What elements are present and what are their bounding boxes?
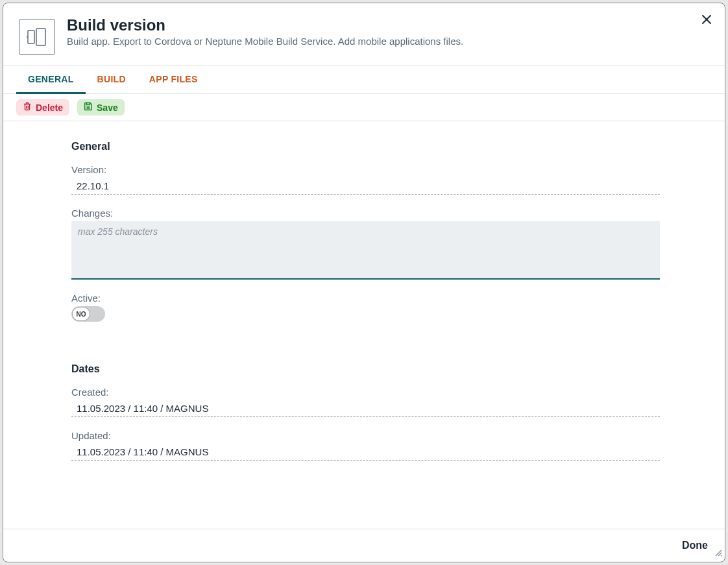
done-button[interactable]: Done [679, 536, 710, 555]
save-button-label: Save [97, 102, 118, 113]
version-field: Version: 22.10.1 [71, 164, 712, 195]
svg-rect-1 [36, 29, 45, 45]
general-section-title: General [71, 141, 712, 152]
save-button[interactable]: Save [77, 99, 125, 115]
changes-label: Changes: [71, 208, 712, 219]
toolbar: Delete Save [3, 94, 725, 121]
changes-field: Changes: [71, 208, 712, 280]
tab-build[interactable]: BUILD [86, 66, 138, 93]
save-icon [84, 102, 93, 113]
active-toggle[interactable]: NO [71, 306, 105, 322]
content: General Version: 22.10.1 Changes: Active… [3, 121, 725, 529]
version-label: Version: [71, 164, 712, 175]
updated-field: Updated: 11.05.2023 / 11:40 / MAGNUS [71, 430, 712, 461]
build-version-dialog: Build version Build app. Export to Cordo… [3, 3, 725, 562]
dialog-header: Build version Build app. Export to Cordo… [3, 3, 725, 66]
updated-value: 11.05.2023 / 11:40 / MAGNUS [71, 444, 660, 461]
dialog-title: Build version [67, 16, 463, 34]
close-icon[interactable] [701, 14, 712, 27]
active-label: Active: [71, 293, 712, 304]
svg-line-7 [721, 555, 722, 556]
delete-button-label: Delete [36, 102, 63, 113]
header-text: Build version Build app. Export to Cordo… [67, 16, 463, 47]
resize-handle-icon[interactable] [713, 547, 722, 559]
tab-general[interactable]: GENERAL [16, 66, 86, 94]
changes-textarea[interactable] [71, 221, 660, 280]
dates-section-title: Dates [71, 363, 712, 375]
active-field: Active: NO [71, 293, 712, 324]
created-label: Created: [71, 387, 712, 398]
delete-button[interactable]: Delete [16, 99, 69, 115]
tabs: GENERAL BUILD APP FILES [3, 66, 725, 94]
general-section: General Version: 22.10.1 Changes: Active… [71, 141, 712, 324]
build-version-icon [19, 19, 55, 55]
dialog-subtitle: Build app. Export to Cordova or Neptune … [67, 36, 463, 47]
trash-icon [23, 102, 32, 113]
updated-label: Updated: [71, 430, 712, 441]
created-field: Created: 11.05.2023 / 11:40 / MAGNUS [71, 387, 712, 417]
active-toggle-state: NO [72, 307, 90, 321]
dates-section: Dates Created: 11.05.2023 / 11:40 / MAGN… [71, 363, 712, 461]
tab-app-files[interactable]: APP FILES [138, 66, 210, 93]
created-value: 11.05.2023 / 11:40 / MAGNUS [71, 400, 660, 417]
dialog-footer: Done [3, 529, 725, 562]
version-value[interactable]: 22.10.1 [71, 178, 660, 195]
svg-rect-0 [28, 30, 34, 43]
